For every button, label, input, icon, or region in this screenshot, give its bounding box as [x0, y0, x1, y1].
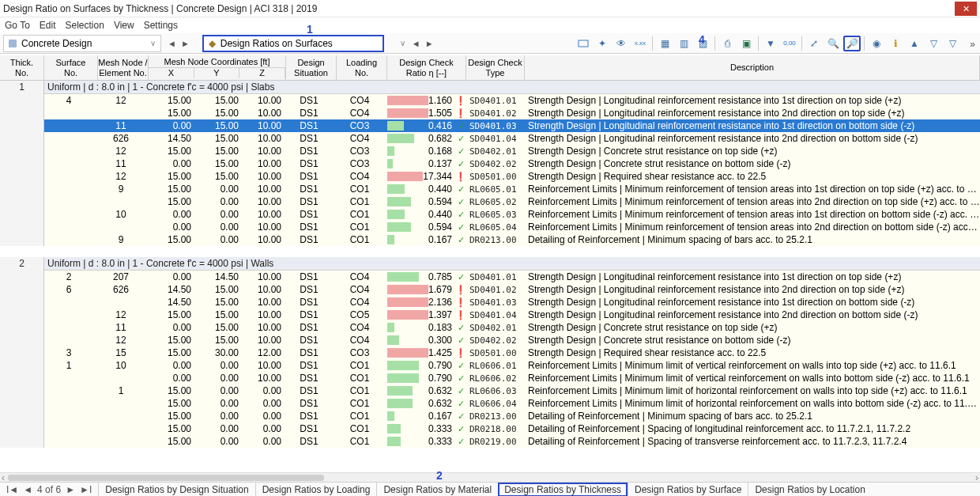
menu-edit[interactable]: Edit	[40, 20, 56, 31]
more-icon[interactable]: »	[970, 39, 975, 50]
menu-settings[interactable]: Settings	[144, 20, 178, 31]
table-row[interactable]: 662614.5015.0010.00DS1CO41.679❗SD0401.02…	[0, 283, 980, 296]
table-row[interactable]: 62614.5015.0010.00DS1CO40.682✓SD0401.04S…	[0, 132, 980, 145]
group-row[interactable]: 2Uniform | d : 8.0 in | 1 - Concrete f'c…	[0, 257, 980, 271]
zero-filter-icon[interactable]: 0,00	[781, 36, 798, 51]
menu-selection[interactable]: Selection	[66, 20, 104, 31]
table-row[interactable]: 110.0015.0010.00DS1CO30.416✓SD0401.03Str…	[0, 119, 980, 132]
warning-icon: ❗	[455, 285, 466, 295]
cell-ds: DS1	[286, 297, 337, 308]
table-row[interactable]: 15.000.000.00DS1CO10.333✓DR0218.00Detail…	[0, 422, 980, 435]
row-gutter	[0, 283, 44, 296]
grid-icon[interactable]: ▥	[675, 36, 692, 51]
excel-icon[interactable]: ▣	[737, 36, 755, 51]
result-type-combo[interactable]: ◆ Design Ratios on Surfaces	[202, 35, 384, 52]
table-row[interactable]: 15.000.000.00DS1CO10.167✓DR0213.00Detail…	[0, 410, 980, 422]
export-icon[interactable]: ⎙	[718, 36, 736, 51]
cell-ds: DS1	[286, 436, 337, 447]
table-row[interactable]: 41215.0015.0010.00DS1CO41.160❗SD0401.01S…	[0, 94, 980, 107]
table-row[interactable]: 15.000.0010.00DS1CO10.594✓RL0605.02Reinf…	[0, 195, 980, 208]
tab-design-ratios-by-material[interactable]: Design Ratios by Material	[376, 483, 498, 497]
zoom-extents-icon[interactable]: ⤢	[805, 36, 823, 51]
table-row[interactable]: 14.5015.0010.00DS1CO42.136❗SD0401.03Stre…	[0, 296, 980, 309]
cell-z: 10.00	[243, 284, 286, 295]
table-row[interactable]: 0.000.0010.00DS1CO10.594✓RL0605.04Reinfo…	[0, 221, 980, 233]
col-surface[interactable]: SurfaceNo.	[44, 55, 98, 80]
eye-icon[interactable]: 👁	[612, 36, 630, 51]
table-row[interactable]: 15.0015.0010.00DS1CO41.505❗SD0401.02Stre…	[0, 107, 980, 119]
cell-desc: Strength Design | Longitudinal reinforce…	[525, 271, 980, 282]
cell-mesh: 207	[98, 271, 149, 282]
col-coords[interactable]: Mesh Node Coordinates [ft] X Y Z	[149, 55, 286, 80]
col-thick[interactable]: Thick.No.	[0, 55, 44, 80]
menu-go-to[interactable]: Go To	[5, 20, 30, 31]
cell-code: SD0402.02	[466, 159, 525, 169]
result-nav[interactable]: ◄►	[410, 39, 435, 48]
col-ds[interactable]: DesignSituation	[286, 55, 337, 80]
table-row[interactable]: 915.000.0010.00DS1CO10.167✓DR0213.00Deta…	[0, 233, 980, 246]
table-row[interactable]: 1215.0015.0010.00DS1CO30.168✓SD0402.01St…	[0, 145, 980, 157]
cell-lo: CO4	[337, 133, 387, 144]
col-desc[interactable]: Description	[525, 55, 980, 80]
filter-icon[interactable]: ▼	[762, 36, 779, 51]
table-icon[interactable]: ▦	[656, 36, 673, 51]
table-row[interactable]: 1215.0015.0010.00DS1CO417.344❗SD0501.00S…	[0, 170, 980, 183]
cell-code: DR0218.00	[466, 424, 525, 434]
h-scrollbar[interactable]: ‹ ›	[0, 472, 980, 482]
warning-icon: ❗	[455, 96, 466, 106]
table-row[interactable]: 1215.0015.0010.00DS1CO51.397❗SD0401.04St…	[0, 309, 980, 321]
zoom-selection-icon[interactable]: 🔎	[843, 36, 861, 51]
footer-tabs: Design Ratios by Design SituationDesign …	[98, 483, 872, 497]
check-icon: ✓	[455, 235, 466, 245]
table-row[interactable]: 100.000.0010.00DS1CO10.440✓RL0605.03Rein…	[0, 208, 980, 221]
cell-ratio: 0.416✓	[387, 120, 466, 131]
cell-z: 10.00	[243, 234, 286, 245]
scrollbar-thumb[interactable]	[8, 475, 324, 481]
table-row[interactable]: 0.000.0010.00DS1CO10.790✓RL0606.02Reinfo…	[0, 372, 980, 384]
table-row[interactable]: 1215.0015.0010.00DS1CO40.300✓SD0402.02St…	[0, 334, 980, 346]
table-row[interactable]: 15.000.000.00DS1CO10.632✓RL0606.04Reinfo…	[0, 397, 980, 410]
category-nav[interactable]: ◄►	[166, 39, 191, 48]
cell-mesh: 10	[98, 209, 149, 220]
funnel2-icon[interactable]: ▽	[944, 36, 961, 51]
check-icon: ✓	[455, 134, 466, 144]
table-row[interactable]: 31515.0030.0012.00DS1CO31.425❗SD0501.00S…	[0, 346, 980, 359]
cell-z: 10.00	[243, 108, 286, 119]
tab-design-ratios-by-design-situation[interactable]: Design Ratios by Design Situation	[98, 483, 254, 497]
search-icon[interactable]: 🔍	[824, 36, 842, 51]
tab-design-ratios-by-surface[interactable]: Design Ratios by Surface	[628, 483, 748, 497]
cell-ratio: 0.632✓	[387, 385, 466, 396]
table-row[interactable]: 110.0015.0010.00DS1CO30.137✓SD0402.02Str…	[0, 157, 980, 170]
map-icon[interactable]: ▲	[906, 36, 923, 51]
table-row[interactable]: 115.000.000.00DS1CO10.632✓RL0606.03Reinf…	[0, 384, 980, 397]
color-icon[interactable]: ◉	[868, 36, 885, 51]
probe-icon[interactable]: ✦	[594, 36, 611, 51]
pager[interactable]: I◄◄ 4 of 6 ►►I	[0, 484, 98, 495]
cell-ds: DS1	[286, 398, 337, 409]
cell-ratio: 1.505❗	[387, 108, 466, 119]
close-button[interactable]: ✕	[955, 2, 977, 16]
cell-ds: DS1	[286, 95, 337, 106]
table-row[interactable]: 110.0015.0010.00DS1CO40.183✓SD0402.01Str…	[0, 321, 980, 334]
view-icon[interactable]	[575, 36, 592, 51]
table-row[interactable]: 1100.000.0010.00DS1CO10.790✓RL0606.01Rei…	[0, 359, 980, 372]
col-loading[interactable]: LoadingNo.	[337, 55, 387, 80]
col-ratio[interactable]: Design CheckRatio η [--]	[387, 55, 466, 80]
menu-view[interactable]: View	[114, 20, 134, 31]
table-row[interactable]: 15.000.000.00DS1CO10.333✓DR0219.00Detail…	[0, 435, 980, 448]
funnel-icon[interactable]: ▽	[925, 36, 942, 51]
group-row[interactable]: 1Uniform | d : 8.0 in | 1 - Concrete f'c…	[0, 81, 980, 94]
cell-y: 0.00	[196, 209, 243, 220]
xxx-icon[interactable]: x.xx	[631, 36, 649, 51]
check-icon: ✓	[455, 399, 466, 409]
tab-design-ratios-by-loading[interactable]: Design Ratios by Loading	[255, 483, 377, 497]
category-combo[interactable]: Concrete Design ∨	[3, 35, 161, 52]
tab-design-ratios-by-thickness[interactable]: Design Ratios by Thickness	[498, 483, 628, 497]
col-mesh[interactable]: Mesh Node /Element No.	[98, 55, 149, 80]
info-icon[interactable]: ℹ	[887, 36, 904, 51]
table-row[interactable]: 915.000.0010.00DS1CO10.440✓RL0605.01Rein…	[0, 183, 980, 195]
table-row[interactable]: 22070.0014.5010.00DS1CO40.785✓SD0401.01S…	[0, 271, 980, 283]
tab-design-ratios-by-location[interactable]: Design Ratios by Location	[748, 483, 871, 497]
cell-z: 10.00	[243, 209, 286, 220]
col-type[interactable]: Design CheckType	[466, 55, 525, 80]
